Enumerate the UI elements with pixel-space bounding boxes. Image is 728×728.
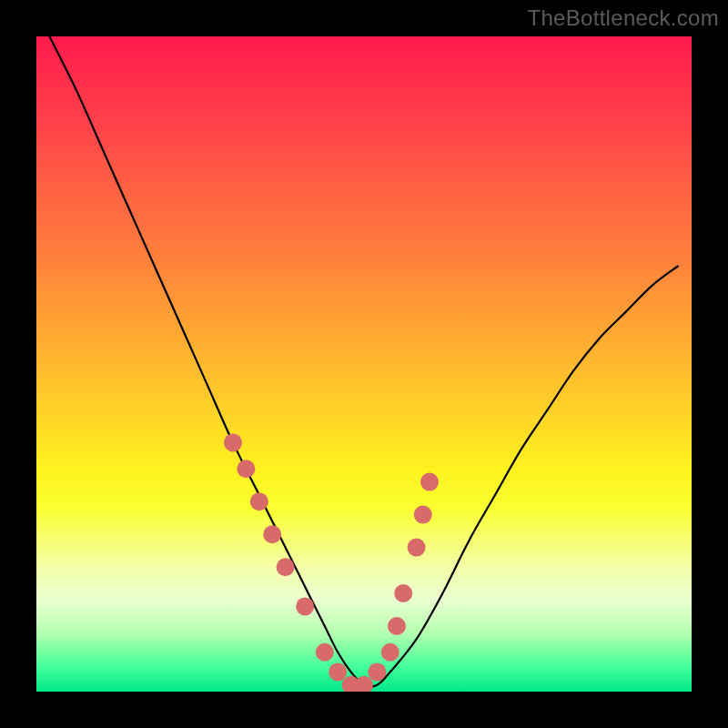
chart-container: TheBottleneck.com: [0, 0, 728, 728]
scatter-point: [250, 492, 268, 511]
scatter-point: [408, 539, 426, 557]
scatter-point: [224, 433, 242, 451]
bottleneck-curve-line: [49, 36, 678, 687]
watermark-text: TheBottleneck.com: [527, 5, 719, 31]
chart-svg: [36, 36, 692, 692]
scatter-point: [388, 617, 406, 635]
scatter-point: [381, 643, 399, 662]
scatter-point: [263, 525, 281, 543]
plot-area: [36, 36, 692, 692]
scatter-point: [329, 662, 347, 681]
scatter-point: [394, 584, 412, 602]
scatter-point: [355, 676, 373, 692]
scatter-point: [414, 506, 432, 524]
scatter-point: [277, 558, 295, 576]
scatter-point: [316, 643, 334, 662]
scatter-point: [420, 473, 439, 491]
scatter-point: [296, 597, 314, 615]
scatter-point: [368, 662, 386, 681]
scatter-point: [237, 460, 255, 478]
